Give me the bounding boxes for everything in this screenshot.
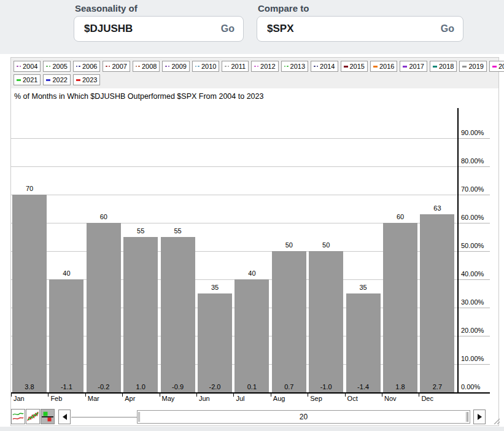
left-arrow-icon — [63, 414, 67, 420]
seasonality-app: Seasonality of Go Compare to Go 20042005… — [0, 0, 504, 431]
y-axis-label-70.00%: 70.00% — [461, 185, 484, 193]
bar-dec[interactable] — [420, 214, 454, 392]
bar-footer-value-jan: 3.8 — [12, 383, 47, 390]
bar-value-nov: 60 — [383, 213, 417, 220]
y-axis-label-40.00%: 40.00% — [461, 270, 484, 278]
bar-jan[interactable] — [12, 195, 47, 392]
bar-footer-value-apr: 1.0 — [123, 383, 158, 390]
x-axis-line — [11, 392, 490, 394]
bar-may[interactable] — [161, 237, 195, 392]
y-tickline-30 — [457, 308, 490, 308]
bar-footer-value-jul: 0.1 — [235, 383, 269, 390]
cumulative-lines-chart-button[interactable] — [26, 409, 40, 424]
gridline-70 — [11, 195, 457, 195]
page-bottom-strip — [0, 427, 504, 431]
month-label-mar: Mar — [88, 395, 99, 402]
bar-value-jun: 35 — [198, 284, 232, 291]
bar-jun[interactable] — [198, 293, 232, 392]
bar-value-mar: 60 — [87, 213, 121, 220]
month-label-nov: Nov — [384, 395, 397, 402]
scroll-left-button[interactable] — [58, 410, 71, 424]
bar-jul[interactable] — [235, 279, 269, 392]
month-label-may: May — [162, 395, 175, 402]
y-tickline-70 — [457, 195, 490, 195]
bar-footer-value-dec: 2.7 — [420, 383, 454, 390]
seasonality-input[interactable] — [83, 22, 199, 36]
month-label-jan: Jan — [14, 395, 25, 402]
bar-footer-value-nov: 1.8 — [383, 383, 417, 390]
y-axis-label-90.00%: 90.00% — [461, 129, 484, 136]
y-tickline-90 — [457, 138, 490, 139]
month-tick-jul — [233, 394, 234, 397]
bar-value-may: 55 — [161, 227, 195, 235]
bar-oct[interactable] — [346, 293, 381, 392]
year-label: 2020 — [498, 63, 504, 70]
thumb-right-grip-icon[interactable] — [466, 412, 469, 422]
smoothed-lines-icon — [12, 411, 24, 422]
month-tick-jan — [11, 394, 12, 397]
bar-mar[interactable] — [87, 223, 121, 392]
bar-footer-value-oct: -1.4 — [346, 383, 381, 390]
bar-footer-value-jun: -2.0 — [198, 383, 232, 390]
month-label-feb: Feb — [50, 395, 62, 402]
scroll-right-button[interactable] — [473, 410, 486, 424]
seasonality-inputbox: Go — [74, 16, 244, 42]
month-tick-oct — [345, 394, 346, 397]
zoom-slider-thumb[interactable]: 20 — [137, 410, 470, 424]
month-label-jun: Jun — [199, 395, 210, 402]
thumb-left-grip-icon[interactable] — [138, 412, 141, 422]
bar-apr[interactable] — [123, 237, 158, 392]
month-tick-dec — [419, 394, 419, 397]
smoothed-lines-chart-button[interactable] — [11, 409, 25, 424]
month-tick-jun — [196, 394, 197, 397]
month-tick-sep — [308, 394, 308, 397]
compare-go-button[interactable]: Go — [441, 23, 454, 34]
y-axis-label-10.00%: 10.00% — [461, 355, 484, 362]
bar-value-jan: 70 — [12, 185, 47, 192]
bar-footer-value-aug: 0.7 — [272, 383, 306, 390]
header-bar: Seasonality of Go Compare to Go — [0, 0, 504, 54]
month-label-aug: Aug — [273, 395, 285, 402]
month-label-apr: Apr — [125, 395, 135, 402]
chart-panel: 2004200520062007200820092010201120122013… — [10, 57, 499, 426]
month-label-oct: Oct — [347, 395, 358, 402]
bar-chart-button[interactable] — [41, 409, 55, 424]
gridline-80 — [11, 166, 457, 167]
resize-grip-icon[interactable] — [492, 416, 500, 424]
bar-value-sep: 50 — [309, 241, 343, 249]
seasonality-go-button[interactable]: Go — [221, 23, 235, 34]
y-tickline-60 — [457, 223, 490, 223]
bar-value-oct: 35 — [346, 284, 381, 291]
bar-value-dec: 63 — [420, 204, 454, 212]
bar-value-apr: 55 — [123, 227, 158, 235]
y-axis-label-20.00%: 20.00% — [461, 327, 484, 334]
month-tick-may — [160, 394, 160, 397]
bar-sep[interactable] — [309, 251, 343, 392]
bar-nov[interactable] — [383, 223, 417, 392]
bar-footer-value-mar: -0.2 — [87, 383, 121, 390]
y-axis-line — [457, 108, 459, 394]
y-axis-label-60.00%: 60.00% — [461, 214, 484, 221]
bar-value-jul: 40 — [235, 270, 269, 277]
y-axis-label-30.00%: 30.00% — [461, 298, 484, 306]
y-tickline-40 — [457, 279, 490, 280]
cumulative-lines-icon — [27, 411, 39, 422]
slider-value: 20 — [300, 413, 308, 421]
month-tick-nov — [382, 394, 382, 397]
month-tick-aug — [271, 394, 271, 397]
gridline-90 — [11, 138, 457, 139]
month-label-jul: Jul — [236, 395, 244, 402]
month-tick-feb — [48, 394, 48, 397]
bar-feb[interactable] — [49, 279, 83, 392]
month-tick-apr — [122, 394, 123, 397]
y-axis-label-80.00%: 80.00% — [461, 157, 484, 165]
bar-value-aug: 50 — [272, 241, 306, 249]
bar-chart-icon — [42, 411, 53, 422]
y-tickline-80 — [457, 166, 490, 167]
bar-footer-value-feb: -1.1 — [49, 383, 83, 390]
slider-track[interactable] — [71, 417, 137, 417]
bar-footer-value-sep: -1.0 — [309, 383, 343, 390]
y-tickline-50 — [457, 251, 490, 252]
compare-input[interactable] — [266, 22, 409, 36]
bar-aug[interactable] — [272, 251, 306, 392]
